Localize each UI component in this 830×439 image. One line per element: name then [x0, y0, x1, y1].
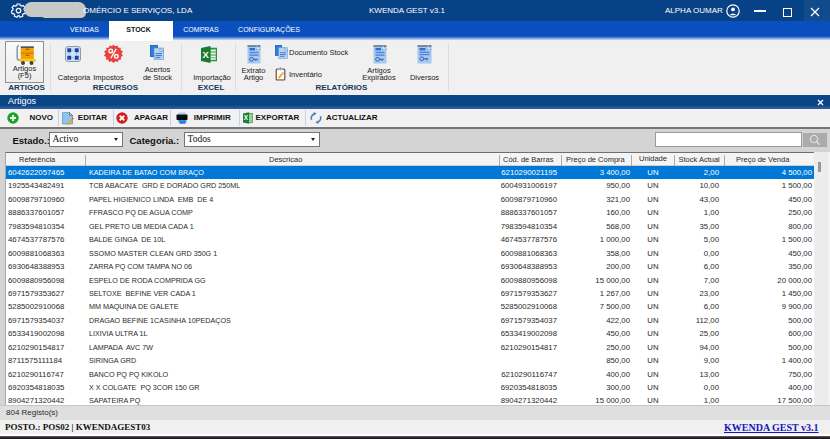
svg-text:X: X — [202, 49, 209, 60]
svg-text:X: X — [244, 114, 249, 121]
